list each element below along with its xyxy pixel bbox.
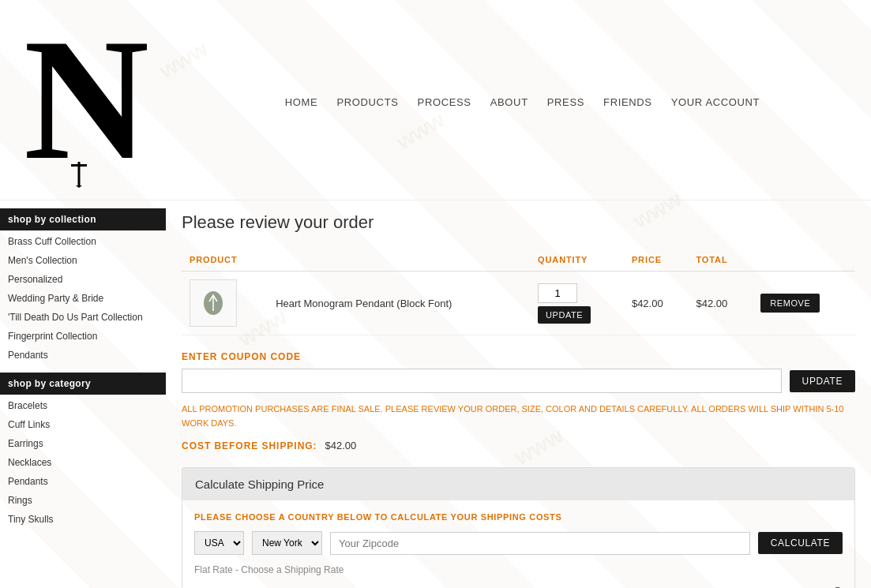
shipping-header: Calculate Shipping Price (182, 468, 854, 500)
rate-row-continental: Continental 48 States $9.95 (194, 582, 843, 588)
shipping-notice: PLEASE CHOOSE A COUNTRY BELOW TO CALCULA… (194, 512, 843, 522)
sidebar-item-mens[interactable]: Men's Collection (0, 251, 166, 270)
promo-notice: ALL PROMOTION PURCHASES ARE FINAL SALE. … (182, 403, 855, 430)
sidebar: shop by collection Brass Cuff Collection… (0, 200, 166, 588)
price-cell: $42.00 (624, 272, 689, 335)
shipping-section: Calculate Shipping Price PLEASE CHOOSE A… (182, 467, 855, 588)
sidebar-item-pendants-collection[interactable]: Pendants (0, 346, 166, 365)
main-nav: HOME PRODUCTS PROCESS ABOUT PRESS FRIEND… (190, 92, 855, 108)
category-header: shop by category (0, 373, 166, 395)
coupon-update-button[interactable]: UPDATE (790, 370, 855, 392)
product-thumbnail (190, 279, 237, 327)
svg-text:N: N (24, 8, 147, 189)
coupon-input[interactable] (182, 369, 782, 393)
cost-row: COST BEFORE SHIPPING: $42.00 (182, 440, 855, 451)
sidebar-item-till-death[interactable]: 'Till Death Do Us Part Collection (0, 308, 166, 327)
col-price: PRICE (624, 249, 689, 272)
zip-input[interactable] (330, 532, 750, 555)
sidebar-item-bracelets[interactable]: Bracelets (0, 396, 166, 415)
col-action (753, 249, 855, 272)
sidebar-item-necklaces[interactable]: Necklaces (0, 453, 166, 472)
nav-friends[interactable]: FRIENDS (603, 96, 652, 108)
sidebar-item-rings[interactable]: Rings (0, 491, 166, 510)
quantity-input[interactable] (538, 283, 577, 303)
logo: N (16, 8, 190, 192)
cost-value: $42.00 (325, 440, 357, 451)
sidebar-item-tiny-skulls[interactable]: Tiny Skulls (0, 510, 166, 529)
collection-header: shop by collection (0, 208, 166, 230)
total-cell: $42.00 (688, 272, 753, 335)
update-quantity-button[interactable]: UPDATE (538, 306, 591, 324)
col-quantity: QUANTITY (530, 249, 624, 272)
product-name-cell: Heart Monogram Pendant (Block Font) (268, 272, 530, 335)
content-area: Please review your order PRODUCT QUANTIT… (166, 200, 871, 588)
nav-home[interactable]: HOME (285, 96, 318, 108)
col-product: PRODUCT (182, 249, 530, 272)
coupon-row: UPDATE (182, 369, 855, 393)
coupon-label: ENTER COUPON CODE (182, 351, 855, 362)
remove-cell: REMOVE (753, 272, 855, 335)
page-title: Please review your order (182, 212, 855, 233)
svg-rect-3 (71, 164, 87, 167)
logo-svg: N (16, 8, 158, 189)
sidebar-item-personalized[interactable]: Personalized (0, 270, 166, 289)
shipping-body: PLEASE CHOOSE A COUNTRY BELOW TO CALCULA… (182, 500, 854, 588)
table-row: Heart Monogram Pendant (Block Font) UPDA… (182, 272, 855, 335)
col-total: TOTAL (688, 249, 753, 272)
state-select[interactable]: New York (252, 531, 322, 555)
nav-account[interactable]: YOUR ACCOUNT (671, 96, 760, 108)
calculate-button[interactable]: CALCULATE (758, 532, 843, 554)
header: N HOME PRODUCTS PROCESS ABOUT PRESS FRIE… (0, 0, 871, 200)
sidebar-item-earrings[interactable]: Earrings (0, 434, 166, 453)
country-select[interactable]: USA (194, 531, 244, 555)
product-image (197, 287, 229, 319)
product-thumbnail-cell (182, 272, 268, 335)
cost-label: COST BEFORE SHIPPING: (182, 440, 317, 451)
sidebar-item-cuff-links[interactable]: Cuff Links (0, 415, 166, 434)
order-table: PRODUCT QUANTITY PRICE TOTAL (182, 249, 855, 335)
nav-press[interactable]: PRESS (547, 96, 584, 108)
sidebar-item-brass-cuff[interactable]: Brass Cuff Collection (0, 232, 166, 251)
main-layout: shop by collection Brass Cuff Collection… (0, 200, 871, 588)
remove-button[interactable]: REMOVE (760, 294, 820, 313)
quantity-cell: UPDATE (530, 272, 624, 335)
sidebar-item-fingerprint[interactable]: Fingerprint Collection (0, 327, 166, 346)
nav-process[interactable]: PROCESS (418, 96, 471, 108)
nav-about[interactable]: ABOUT (490, 96, 528, 108)
rate-section: Flat Rate - Choose a Shipping Rate Conti… (194, 564, 843, 588)
shipping-selects: USA New York CALCULATE (194, 531, 843, 555)
coupon-section: ENTER COUPON CODE UPDATE ALL PROMOTION P… (182, 351, 855, 451)
nav-products[interactable]: PRODUCTS (336, 96, 398, 108)
flat-rate-label: Flat Rate - Choose a Shipping Rate (194, 564, 843, 575)
product-name: Heart Monogram Pendant (Block Font) (276, 298, 452, 309)
sidebar-item-pendants-cat[interactable]: Pendants (0, 472, 166, 491)
sidebar-item-wedding[interactable]: Wedding Party & Bride (0, 289, 166, 308)
